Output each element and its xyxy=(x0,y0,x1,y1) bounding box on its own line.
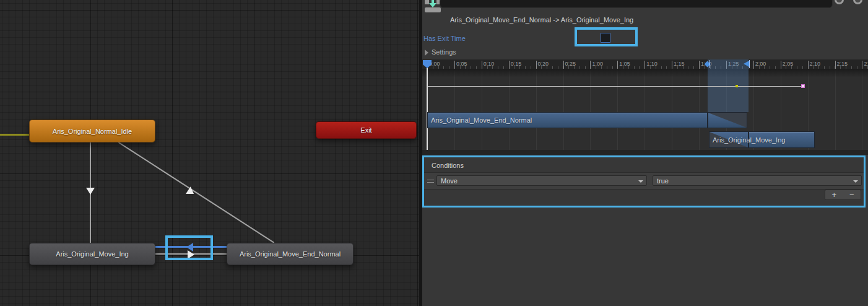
drag-handle-icon[interactable] xyxy=(427,180,434,183)
condition-parameter-value: Move xyxy=(441,177,458,185)
transition-idle-to-moveend[interactable] xyxy=(118,142,274,243)
state-node-label: Exit xyxy=(360,126,371,134)
ruler-tick xyxy=(509,61,510,69)
gear-icon[interactable] xyxy=(835,0,844,4)
source-clip-bar[interactable]: Aris_Original_Move_End_Normal xyxy=(427,112,747,128)
transition-arrow-diagonal-icon[interactable] xyxy=(186,186,196,198)
transition-start-line xyxy=(710,60,710,68)
state-node-label: Aris_Original_Move_Ing xyxy=(56,250,128,258)
condition-parameter-dropdown[interactable]: Move xyxy=(436,175,647,186)
transition-end-line xyxy=(749,60,750,68)
state-node-label: Aris_Original_Move_End_Normal xyxy=(240,250,341,258)
transition-title: Aris_Original_Move_End_Normal -> Aris_Or… xyxy=(450,16,633,24)
ruler-tick-label: 1:10 xyxy=(646,61,658,67)
transition-end-marker[interactable] xyxy=(744,61,749,67)
ruler-tick-label: 2:00 xyxy=(755,61,766,67)
ruler-tick xyxy=(563,61,564,69)
ruler-tick-label: 2:10 xyxy=(810,61,821,67)
state-node-normal-idle[interactable]: Aris_Original_Normal_Idle xyxy=(29,120,155,142)
transition-arrow-down-icon[interactable] xyxy=(86,188,95,195)
transition-preview-slider[interactable] xyxy=(440,0,833,8)
unity-animator-window: Aris_Original_Normal_Idle Exit Aris_Orig… xyxy=(0,0,868,306)
ruler-tick-label: 1:00 xyxy=(592,61,603,67)
add-condition-button[interactable]: + xyxy=(825,190,843,199)
ruler-tick xyxy=(590,61,591,69)
ruler-tick xyxy=(781,61,781,69)
entry-transition-edge[interactable] xyxy=(0,134,29,136)
ruler-tick xyxy=(753,61,754,69)
settings-foldout-label[interactable]: Settings xyxy=(432,48,456,56)
timeline-curve-area xyxy=(422,69,868,112)
source-clip-label: Aris_Original_Move_End_Normal xyxy=(431,112,532,128)
state-node-move-ing[interactable]: Aris_Original_Move_Ing xyxy=(29,243,155,265)
state-node-label: Aris_Original_Normal_Idle xyxy=(53,128,132,135)
conditions-header: Conditions xyxy=(432,162,464,169)
ruler-tick-label: 2:05 xyxy=(783,61,794,67)
condition-value-dropdown[interactable]: true xyxy=(653,175,862,186)
ruler-tick-label: 1:15 xyxy=(674,61,685,67)
condition-value: true xyxy=(657,177,669,185)
ruler-tick xyxy=(536,61,537,69)
has-exit-time-label: Has Exit Time xyxy=(423,35,466,42)
timeline-bottom-strip xyxy=(422,150,868,155)
transition-inspector: Aris_Original_Move_End_Normal -> Aris_Or… xyxy=(422,0,868,306)
ruler-tick xyxy=(808,61,809,69)
ruler-tick xyxy=(482,61,482,69)
state-node-move-end-normal[interactable]: Aris_Original_Move_End_Normal xyxy=(227,243,354,265)
settings-foldout-icon[interactable] xyxy=(425,50,428,56)
tutorial-highlight-checkbox xyxy=(575,27,638,46)
ruler-tick xyxy=(454,61,455,69)
ruler-tick xyxy=(835,61,836,69)
remove-condition-button[interactable]: − xyxy=(843,190,861,199)
transition-timeline[interactable]: 0:000:050:100:150:200:251:001:051:101:15… xyxy=(422,59,868,155)
timeline-ruler[interactable]: 0:000:050:100:150:200:251:001:051:101:15… xyxy=(422,59,868,69)
chevron-down-icon xyxy=(853,180,858,183)
conditions-footer-buttons: + − xyxy=(825,190,861,200)
playhead-line xyxy=(427,68,428,150)
ruler-tick xyxy=(617,61,618,69)
curve-key-icon[interactable] xyxy=(736,85,738,87)
ruler-tick-label: 0:05 xyxy=(456,61,467,67)
state-node-exit[interactable]: Exit xyxy=(316,121,417,139)
ruler-tick xyxy=(862,61,862,69)
blend-curve-line xyxy=(427,86,803,87)
state-machine-canvas[interactable]: Aris_Original_Normal_Idle Exit Aris_Orig… xyxy=(0,0,419,306)
transition-icon xyxy=(425,0,441,12)
ruler-tick xyxy=(672,61,672,69)
conditions-section: Conditions Move true + − xyxy=(422,155,866,208)
chevron-down-icon xyxy=(638,180,643,183)
tutorial-highlight-transition-arrow xyxy=(165,235,213,260)
ruler-tick xyxy=(699,61,700,69)
ruler-tick-label: 0:10 xyxy=(484,61,495,67)
destination-clip-label: Aris_Original_Move_Ing xyxy=(713,131,785,148)
ruler-tick-label: 2:2 xyxy=(864,61,868,67)
ruler-tick-label: 1:05 xyxy=(619,61,630,67)
curve-endpoint-icon[interactable] xyxy=(802,85,804,87)
destination-clip-bar[interactable]: Aris_Original_Move_Ing xyxy=(709,131,815,148)
ruler-tick-label: 0:20 xyxy=(538,61,549,67)
ruler-tick xyxy=(644,61,645,69)
ruler-tick-label: 2:15 xyxy=(837,61,848,67)
ruler-tick-label: 0:25 xyxy=(565,61,576,67)
presets-icon[interactable] xyxy=(853,0,862,4)
ruler-tick-label: 0:15 xyxy=(511,61,522,67)
